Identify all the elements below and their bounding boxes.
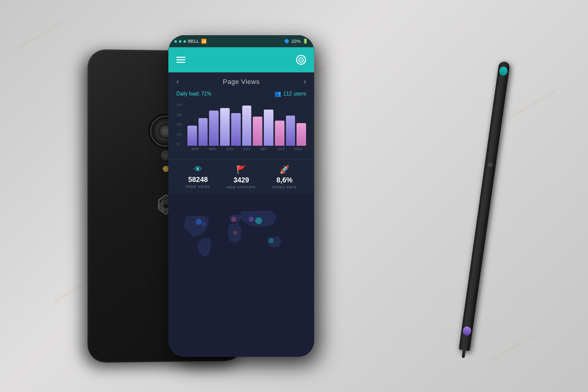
phone-front: BELL 📶 🔷 22% 🔋	[168, 35, 314, 357]
chart-bar	[209, 111, 219, 146]
world-map-svg	[176, 199, 306, 269]
stylus-body	[459, 61, 511, 351]
metric-item: 🚀 8,6% SPEED RATE	[263, 165, 306, 189]
metric-label: SPEED RATE	[272, 185, 297, 189]
chart-x-labels: APRMAYJUNJULYSEPOCTNOV	[187, 146, 306, 152]
wifi-icon: 📶	[201, 39, 207, 44]
metric-item: 👁 58248 PAGE VIEWS	[176, 165, 220, 189]
svg-point-1	[196, 219, 202, 225]
metric-icon: 👁	[194, 165, 202, 174]
metric-icon: 🚀	[279, 165, 289, 174]
svg-point-6	[269, 238, 274, 243]
world-map-section	[168, 194, 314, 357]
svg-point-7	[233, 231, 237, 235]
svg-point-4	[249, 217, 254, 222]
stylus-accent-bottom	[462, 326, 471, 336]
users-icon: 👥	[274, 90, 281, 97]
chart-bar	[231, 113, 241, 146]
chart-x-label: MAY	[205, 147, 220, 151]
users-label: users	[294, 91, 306, 96]
metric-label: PAGE VIEWS	[186, 185, 210, 188]
carrier-label: BELL	[188, 39, 199, 44]
status-right: 🔷 22% 🔋	[284, 39, 308, 44]
chart-bar	[187, 126, 197, 146]
chart-bar	[297, 123, 306, 146]
users-count: 112	[283, 91, 292, 96]
nav-prev-icon[interactable]: ‹	[176, 77, 179, 85]
metric-label: NEW VISITORS	[227, 185, 256, 189]
chart-x-label: JUN	[222, 147, 237, 151]
users-info: 👥 112 users	[274, 90, 306, 97]
svg-point-5	[255, 217, 262, 224]
chart-bar	[220, 108, 230, 146]
signal-dot-2	[179, 40, 181, 43]
metric-item: 🚩 3429 NEW VISITORS	[220, 165, 263, 189]
battery-label: 22%	[291, 39, 301, 44]
stylus-tip	[462, 348, 466, 358]
stylus-button	[488, 162, 493, 167]
scene: BELL 📶 🔷 22% 🔋	[68, 20, 520, 372]
screen-content: BELL 📶 🔷 22% 🔋	[168, 35, 314, 357]
chart-x-label: JULY	[239, 147, 254, 151]
battery-icon: 🔋	[303, 39, 308, 44]
nav-next-icon[interactable]: ›	[304, 77, 306, 85]
hamburger-menu-icon[interactable]	[176, 57, 185, 63]
metric-icon: 🚩	[236, 165, 246, 174]
chart-bar	[253, 117, 262, 146]
settings-icon[interactable]	[296, 55, 306, 65]
page-views-nav: ‹ Page Views ›	[168, 72, 314, 88]
signal-dot-3	[183, 40, 186, 43]
chart-x-label: NOV	[290, 147, 306, 151]
bluetooth-icon: 🔷	[284, 39, 289, 44]
app-header	[168, 47, 314, 72]
chart-bar	[275, 121, 284, 146]
chart-x-label: OCT	[273, 147, 289, 151]
svg-point-2	[202, 222, 206, 226]
daily-load-label: Daily load:	[176, 91, 200, 96]
chart-bar	[286, 116, 296, 146]
daily-load-value: 71%	[201, 91, 211, 96]
bars-area	[187, 103, 306, 146]
chart-bar	[242, 106, 252, 146]
status-left: BELL 📶	[174, 39, 207, 44]
stylus-accent-top	[499, 66, 508, 76]
chart-bar	[199, 118, 208, 146]
stats-row: Daily load: 71% 👥 112 users	[168, 88, 314, 99]
chart-bar	[264, 110, 273, 146]
signal-dot-1	[174, 40, 177, 43]
phone-screen: BELL 📶 🔷 22% 🔋	[168, 35, 314, 357]
metrics-row: 👁 58248 PAGE VIEWS 🚩 3429 NEW VISITORS 🚀…	[168, 159, 314, 194]
page-views-title: Page Views	[223, 78, 259, 85]
stylus	[459, 61, 511, 351]
metric-value: 3429	[233, 176, 249, 184]
chart-x-label: SEP	[256, 147, 272, 151]
daily-load: Daily load: 71%	[176, 91, 212, 96]
status-bar: BELL 📶 🔷 22% 🔋	[168, 35, 314, 47]
bar-chart: 25k 20k 15k 10k 5k APRMAYJUNJULYSEPOCTNO…	[168, 99, 314, 159]
watermark: yellowimages.com	[17, 17, 66, 50]
chart-x-label: APR	[187, 147, 203, 151]
metric-value: 58248	[188, 175, 208, 183]
chart-y-labels: 25k 20k 15k 10k 5k	[176, 103, 182, 146]
svg-point-3	[231, 217, 236, 222]
metric-value: 8,6%	[276, 176, 292, 184]
